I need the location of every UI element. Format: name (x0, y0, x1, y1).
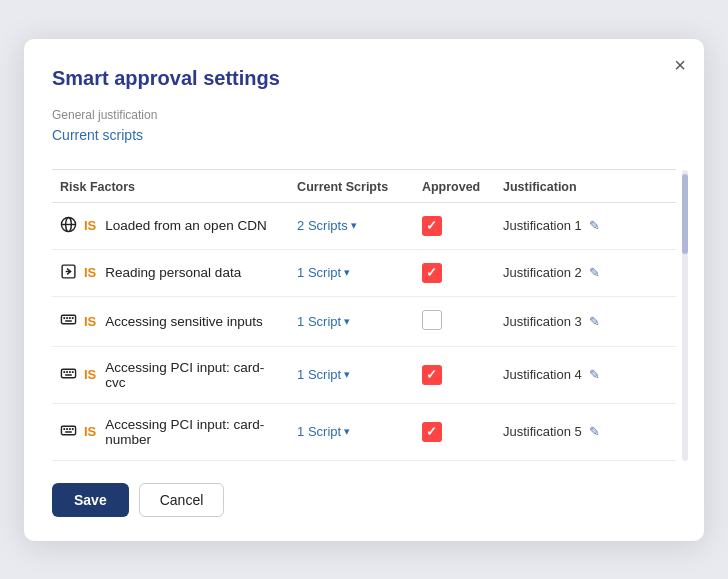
justification-text: Justification 5 (503, 424, 582, 439)
checkbox-checked[interactable]: ✓ (422, 365, 442, 385)
risk-description: Accessing PCI input: card-number (105, 417, 281, 447)
risk-description: Accessing sensitive inputs (105, 314, 263, 329)
scripts-count-label: 1 Script (297, 314, 341, 329)
checkbox-checked[interactable]: ✓ (422, 216, 442, 236)
edit-icon[interactable]: ✎ (589, 367, 600, 382)
header-justification: Justification (495, 170, 676, 203)
table-container: Risk Factors Current Scripts Approved Ju… (52, 170, 676, 461)
smart-approval-modal: × Smart approval settings General justif… (24, 39, 704, 541)
globe-icon (60, 216, 77, 233)
header-risk: Risk Factors (52, 170, 289, 203)
scripts-count-label: 2 Scripts (297, 218, 348, 233)
svg-rect-17 (61, 426, 75, 435)
risk-description: Loaded from an open CDN (105, 218, 266, 233)
save-button[interactable]: Save (52, 483, 129, 517)
keyboard-icon (60, 365, 77, 382)
scripts-count-label: 1 Script (297, 265, 341, 280)
justification-text: Justification 1 (503, 218, 582, 233)
justification-cell: Justification 1 ✎ (503, 218, 668, 233)
edit-icon[interactable]: ✎ (589, 218, 600, 233)
risk-description: Reading personal data (105, 265, 241, 280)
scripts-count-button[interactable]: 1 Script ▾ (297, 265, 350, 280)
modal-title: Smart approval settings (52, 67, 676, 90)
checkbox-checked[interactable]: ✓ (422, 422, 442, 442)
checkbox-unchecked[interactable] (422, 310, 442, 330)
globe-icon (60, 216, 77, 236)
current-scripts-link[interactable]: Current scripts (52, 127, 143, 143)
chevron-down-icon: ▾ (344, 266, 350, 279)
footer: Save Cancel (52, 483, 676, 517)
arrow-box-icon (60, 263, 77, 280)
checkbox-checked[interactable]: ✓ (422, 263, 442, 283)
is-label: IS (84, 424, 96, 439)
section-label: General justification (52, 108, 676, 122)
edit-icon[interactable]: ✎ (589, 424, 600, 439)
risk-cell: IS Accessing PCI input: card-cvc (60, 360, 281, 390)
header-approved: Approved (414, 170, 495, 203)
cancel-button[interactable]: Cancel (139, 483, 225, 517)
scripts-count-label: 1 Script (297, 367, 341, 382)
justification-cell: Justification 5 ✎ (503, 424, 668, 439)
justification-text: Justification 4 (503, 367, 582, 382)
risk-factors-table: Risk Factors Current Scripts Approved Ju… (52, 170, 676, 461)
risk-cell: IS Accessing sensitive inputs (60, 311, 281, 331)
scripts-count-button[interactable]: 1 Script ▾ (297, 367, 350, 382)
scripts-count-label: 1 Script (297, 424, 341, 439)
is-label: IS (84, 367, 96, 382)
chevron-down-icon: ▾ (344, 315, 350, 328)
header-scripts: Current Scripts (289, 170, 414, 203)
scrollbar-track (682, 170, 688, 461)
justification-text: Justification 3 (503, 314, 582, 329)
scripts-count-button[interactable]: 1 Script ▾ (297, 314, 350, 329)
is-label: IS (84, 265, 96, 280)
table-row: IS Accessing sensitive inputs 1 Script ▾… (52, 296, 676, 346)
risk-cell: IS Reading personal data (60, 263, 281, 283)
edit-icon[interactable]: ✎ (589, 314, 600, 329)
keyboard-icon (60, 422, 77, 439)
risk-description: Accessing PCI input: card-cvc (105, 360, 281, 390)
svg-rect-5 (61, 315, 75, 324)
justification-cell: Justification 2 ✎ (503, 265, 668, 280)
keyboard-icon (60, 311, 77, 328)
is-label: IS (84, 314, 96, 329)
justification-text: Justification 2 (503, 265, 582, 280)
arrow-right-box-icon (60, 263, 77, 283)
chevron-down-icon: ▾ (344, 368, 350, 381)
justification-cell: Justification 4 ✎ (503, 367, 668, 382)
chevron-down-icon: ▾ (344, 425, 350, 438)
keyboard-icon2 (60, 365, 77, 385)
chevron-down-icon: ▾ (351, 219, 357, 232)
scripts-count-button[interactable]: 2 Scripts ▾ (297, 218, 357, 233)
risk-cell: IS Loaded from an open CDN (60, 216, 281, 236)
is-label: IS (84, 218, 96, 233)
table-row: IS Reading personal data 1 Script ▾ ✓ Ju… (52, 249, 676, 296)
edit-icon[interactable]: ✎ (589, 265, 600, 280)
svg-rect-11 (61, 369, 75, 378)
keyboard-icon3 (60, 422, 77, 442)
table-row: IS Accessing PCI input: card-cvc 1 Scrip… (52, 346, 676, 403)
scripts-count-button[interactable]: 1 Script ▾ (297, 424, 350, 439)
scrollbar-thumb[interactable] (682, 174, 688, 254)
justification-cell: Justification 3 ✎ (503, 314, 668, 329)
table-row: IS Accessing PCI input: card-number 1 Sc… (52, 403, 676, 460)
close-button[interactable]: × (674, 55, 686, 75)
keyboard-icon (60, 311, 77, 331)
risk-cell: IS Accessing PCI input: card-number (60, 417, 281, 447)
table-row: IS Loaded from an open CDN 2 Scripts ▾ ✓… (52, 202, 676, 249)
